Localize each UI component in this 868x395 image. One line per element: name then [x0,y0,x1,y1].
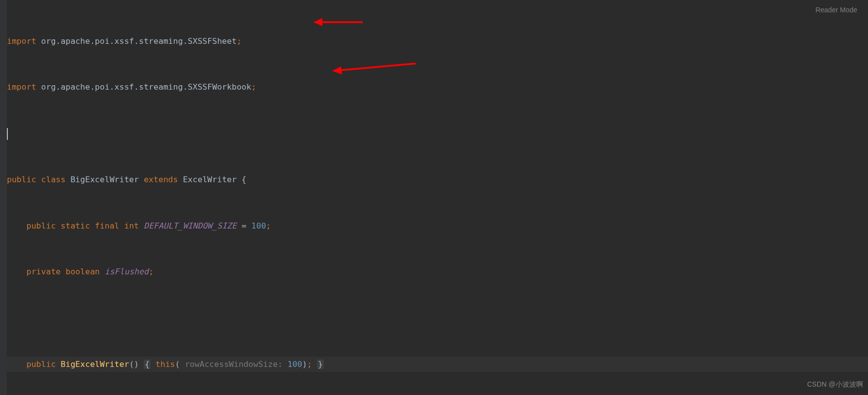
code-line: public static final int DEFAULT_WINDOW_S… [7,218,868,233]
code-editor[interactable]: import org.apache.poi.xssf.streaming.SXS… [7,0,868,395]
code-line: import org.apache.poi.xssf.streaming.SXS… [7,79,868,95]
svg-marker-1 [332,66,342,74]
code-line: public BigExcelWriter() { this( rowAcces… [7,357,868,372]
svg-marker-0 [313,18,322,26]
code-line: import org.apache.poi.xssf.streaming.SXS… [7,33,868,49]
annotation-arrow-1 [313,15,412,34]
code-line [7,310,868,326]
gutter [0,0,7,395]
code-line: public class BigExcelWriter extends Exce… [7,172,868,187]
text-caret [7,128,8,140]
watermark: CSDN @小波波啊 [807,377,863,392]
code-line: private boolean isFlushed; [7,264,868,279]
annotation-arrow-2 [332,58,431,77]
code-line [7,126,868,141]
reader-mode-label[interactable]: Reader Mode [815,2,857,18]
